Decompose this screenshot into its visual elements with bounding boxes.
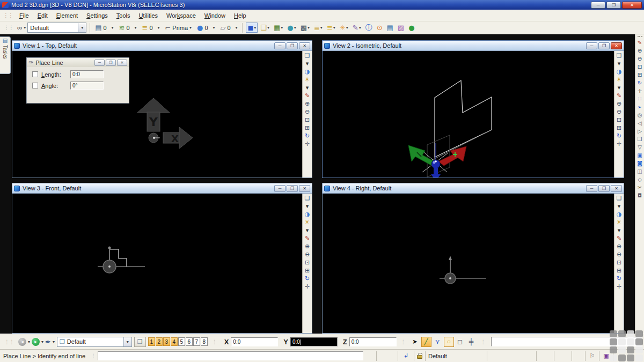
models-button[interactable]: ◼▾ bbox=[246, 23, 258, 33]
fit-view-icon[interactable]: ⊞ bbox=[638, 72, 642, 78]
brightness-dropdown-icon[interactable]: ▾ bbox=[306, 85, 309, 91]
view-previous-icon[interactable]: ◁ bbox=[638, 121, 642, 126]
level-manager-button[interactable]: ≡▾ bbox=[325, 23, 337, 33]
dropdown-icon[interactable]: ▾ bbox=[254, 25, 256, 30]
design-history-button[interactable]: ≣▾ bbox=[312, 23, 324, 33]
view-attributes-dropdown-icon[interactable]: ▾ bbox=[306, 61, 309, 67]
pan-view-icon[interactable]: ✛ bbox=[617, 141, 621, 147]
saved-views-button[interactable]: ▩▾ bbox=[299, 23, 311, 33]
accudraw-toggle-button[interactable]: ● bbox=[407, 23, 416, 33]
forward-icon[interactable]: ▸ bbox=[32, 338, 40, 346]
display-style-icon[interactable]: ◑ bbox=[617, 69, 622, 75]
history-dropdown-icon[interactable]: ▾ bbox=[53, 339, 55, 344]
toolbar-grip[interactable]: ⋮⋮ bbox=[4, 25, 13, 31]
dialog-restore-button[interactable]: ❐ bbox=[106, 60, 116, 66]
menu-element[interactable]: Element bbox=[52, 11, 82, 20]
zoom-in-icon[interactable]: ⊕ bbox=[305, 243, 310, 249]
app-titlebar[interactable]: Mod 2 3D.dgn [3D - V8 DGN] - MicroStatio… bbox=[0, 0, 644, 10]
display-style-icon[interactable]: ◑ bbox=[617, 211, 622, 217]
active-linestyle-field[interactable]: ≡0▾ bbox=[141, 24, 162, 32]
view-attributes-dropdown-icon[interactable]: ▾ bbox=[618, 61, 621, 67]
rotate-view-icon[interactable]: ↻ bbox=[305, 276, 310, 282]
snap-mode-icon[interactable]: ↲ bbox=[398, 351, 414, 361]
update-view-icon[interactable]: ✎ bbox=[617, 235, 621, 241]
update-view-icon[interactable]: ✎ bbox=[305, 93, 310, 99]
dropdown-icon[interactable]: ▾ bbox=[135, 25, 137, 30]
brightness-dropdown-icon[interactable]: ▾ bbox=[618, 85, 621, 91]
fly-icon[interactable]: ➢ bbox=[638, 105, 642, 110]
fence-status-icon[interactable]: ⚐ bbox=[585, 351, 599, 361]
adjust-brightness-icon[interactable]: ☀ bbox=[305, 219, 310, 225]
adjust-brightness-icon[interactable]: ☀ bbox=[617, 219, 622, 225]
view-minimize-button[interactable]: ─ bbox=[586, 42, 597, 49]
update-view-icon[interactable]: ✎ bbox=[617, 93, 621, 99]
view-attributes-dropdown-icon[interactable]: ▾ bbox=[306, 203, 309, 209]
active-mode-status[interactable]: Default bbox=[425, 351, 487, 361]
render-icon[interactable]: ◇ bbox=[638, 177, 642, 182]
grid-lock-icon[interactable]: ╪ bbox=[466, 337, 477, 347]
zoom-out-icon[interactable]: ⊖ bbox=[617, 252, 621, 257]
clip-tools-icon[interactable]: ✂ bbox=[638, 185, 642, 190]
view-1-titlebar[interactable]: View 1 - Top, Default ─ ❐ ✕ bbox=[12, 41, 312, 51]
dropdown-icon[interactable]: ▾ bbox=[346, 25, 348, 30]
view-4-titlebar[interactable]: View 4 - Right, Default ─ ❐ ✕ bbox=[323, 183, 624, 194]
fit-view-icon[interactable]: ⊞ bbox=[617, 268, 621, 274]
active-transparency-field[interactable]: ●0▾ bbox=[195, 24, 216, 32]
view-3-titlebar[interactable]: View 3 - Front, Default ─ ❐ ✕ bbox=[12, 183, 312, 194]
point-clouds-button[interactable]: ●▾ bbox=[286, 23, 297, 33]
menubar-grip[interactable]: ⋮⋮ bbox=[3, 12, 13, 18]
copy-view-icon[interactable]: ❐ bbox=[638, 137, 642, 142]
find-replace-button[interactable]: ⊙ bbox=[375, 23, 384, 33]
update-view-icon[interactable]: ✎ bbox=[305, 235, 310, 241]
dropdown-icon[interactable]: ▾ bbox=[308, 25, 310, 30]
walk-icon[interactable]: ∷ bbox=[638, 97, 641, 102]
menu-edit[interactable]: Edit bbox=[33, 11, 52, 20]
active-color-field[interactable]: ≋0▾ bbox=[118, 24, 138, 32]
dropdown-icon[interactable]: ▾ bbox=[281, 25, 283, 30]
zoom-in-icon[interactable]: ⊕ bbox=[305, 101, 310, 107]
accusnap-icon[interactable]: ○ bbox=[444, 337, 454, 347]
dropdown-icon[interactable]: ▾ bbox=[157, 25, 159, 30]
view-close-button[interactable]: ✕ bbox=[299, 42, 310, 49]
fit-view-icon[interactable]: ⊞ bbox=[305, 268, 310, 274]
view-restore-button[interactable]: ❐ bbox=[287, 42, 298, 49]
view-close-button[interactable]: ✕ bbox=[299, 185, 310, 192]
active-level-field[interactable]: ▤0▾ bbox=[93, 24, 115, 32]
view-group-combo[interactable]: ❒ Default ▾ bbox=[57, 337, 132, 347]
pan-view-icon[interactable]: ✛ bbox=[305, 284, 310, 290]
length-input[interactable]: 0:0 bbox=[70, 70, 104, 78]
toolbar-grip[interactable] bbox=[638, 36, 642, 38]
view-toggle-8[interactable]: 8 bbox=[201, 337, 208, 346]
window-area-icon[interactable]: ⊡ bbox=[305, 260, 310, 265]
dropdown-icon[interactable]: ▾ bbox=[294, 25, 296, 30]
tentative-snap-icon[interactable]: ⋎ bbox=[433, 337, 443, 347]
angle-input[interactable]: 0° bbox=[70, 82, 104, 90]
display-rules-icon[interactable]: ▣ bbox=[637, 153, 642, 158]
angle-checkbox[interactable] bbox=[32, 83, 38, 88]
dialog-close-button[interactable]: ✕ bbox=[117, 60, 127, 66]
clip-mask-icon[interactable]: ◘ bbox=[638, 193, 642, 198]
rotate-view-icon[interactable]: ↻ bbox=[305, 133, 310, 139]
update-view-icon[interactable]: ✎ bbox=[638, 40, 642, 46]
dropdown-icon[interactable]: ▾ bbox=[235, 25, 237, 30]
x-coordinate-input[interactable]: 0:0 bbox=[231, 337, 278, 346]
markups-button[interactable]: ▨ bbox=[396, 23, 406, 33]
active-element-template-icon[interactable]: ∞ bbox=[17, 24, 22, 32]
dropdown-icon[interactable]: ▾ bbox=[320, 25, 323, 30]
pan-view-icon[interactable]: ✛ bbox=[305, 141, 310, 147]
back-icon[interactable]: ◂ bbox=[18, 338, 26, 346]
view-next-icon[interactable]: ▷ bbox=[638, 129, 642, 134]
window-area-icon[interactable]: ⊡ bbox=[617, 260, 621, 265]
rotate-view-icon[interactable]: ↻ bbox=[638, 80, 642, 86]
active-lineweight-field[interactable]: ⌐Prima▾ bbox=[163, 24, 193, 32]
dropdown-icon[interactable]: ▾ bbox=[267, 25, 269, 30]
pan-view-icon[interactable]: ✛ bbox=[638, 88, 642, 94]
menu-tools[interactable]: Tools bbox=[112, 11, 135, 20]
combo-caret[interactable]: ▾ bbox=[78, 23, 86, 32]
dropdown-icon[interactable]: ▾ bbox=[359, 25, 361, 30]
view-toggle-3[interactable]: 3 bbox=[163, 337, 170, 346]
y-coordinate-input[interactable]: 0:0 bbox=[290, 337, 338, 346]
zoom-in-icon[interactable]: ⊕ bbox=[617, 243, 621, 249]
brightness-dropdown-icon[interactable]: ▾ bbox=[618, 227, 621, 233]
element-templates-button[interactable]: ✎▾ bbox=[351, 23, 363, 33]
